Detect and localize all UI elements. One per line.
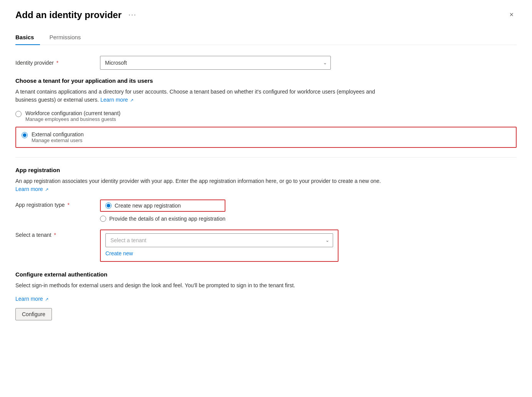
external-link-icon: ↗︎ <box>130 98 133 102</box>
ellipsis-button[interactable]: ··· <box>125 9 140 20</box>
add-identity-provider-dialog: Add an identity provider ··· × Basics Pe… <box>0 0 532 397</box>
external-main-label: External configuration <box>32 131 83 137</box>
create-new-radio[interactable] <box>105 203 112 209</box>
configure-auth-learn-more-link[interactable]: Learn more ↗︎ <box>15 296 48 302</box>
tenant-dropdown-highlighted-box: Select a tenant ⌄ Create new <box>100 229 339 262</box>
existing-radio[interactable] <box>100 216 106 222</box>
identity-provider-select[interactable]: Microsoft <box>100 56 331 70</box>
dialog-title-row: Add an identity provider ··· <box>15 9 140 20</box>
external-radio[interactable] <box>22 132 28 138</box>
external-sub-label: Manage external users <box>32 137 83 143</box>
create-new-radio-label[interactable]: Create new app registration <box>105 203 181 209</box>
close-button[interactable]: × <box>506 9 517 20</box>
app-registration-section: App registration An app registration ass… <box>15 167 517 262</box>
existing-radio-text: Provide the details of an existing app r… <box>109 216 225 222</box>
section-divider <box>15 157 517 157</box>
create-new-tenant-link[interactable]: Create new <box>105 250 133 256</box>
tab-basics[interactable]: Basics <box>15 30 40 45</box>
identity-provider-field-row: Identity provider * Microsoft ⌄ <box>15 56 517 70</box>
app-reg-type-row: App registration type * Create new app r… <box>15 199 517 222</box>
select-tenant-row: Select a tenant * Select a tenant ⌄ Crea… <box>15 229 517 262</box>
configure-button[interactable]: Configure <box>15 308 52 320</box>
app-reg-type-options: Create new app registration Provide the … <box>100 199 225 222</box>
configure-auth-heading: Configure external authentication <box>15 271 517 278</box>
tenant-section-heading: Choose a tenant for your application and… <box>15 77 517 84</box>
workforce-radio[interactable] <box>15 111 22 117</box>
app-reg-external-link-icon: ↗︎ <box>45 187 48 192</box>
app-reg-type-label: App registration type * <box>15 199 100 208</box>
create-new-radio-text: Create new app registration <box>115 203 181 209</box>
existing-radio-label[interactable]: Provide the details of an existing app r… <box>100 216 225 222</box>
external-label-group: External configuration Manage external u… <box>32 131 83 143</box>
required-star: * <box>55 60 58 66</box>
dialog-header: Add an identity provider ··· × <box>15 9 517 20</box>
identity-provider-select-wrapper: Microsoft ⌄ <box>100 56 331 70</box>
identity-provider-label: Identity provider * <box>15 60 100 66</box>
configure-auth-external-link-icon: ↗︎ <box>45 297 48 302</box>
required-star-2: * <box>66 202 69 208</box>
create-new-highlighted-box: Create new app registration <box>100 199 225 212</box>
workforce-label-group: Workforce configuration (current tenant)… <box>25 110 120 122</box>
tenant-section-description: A tenant contains applications and a dir… <box>15 88 385 104</box>
workforce-sub-label: Manage employees and business guests <box>25 116 120 122</box>
tenant-section: Choose a tenant for your application and… <box>15 77 517 148</box>
tenant-select[interactable]: Select a tenant <box>105 233 333 247</box>
tenant-select-wrapper: Select a tenant ⌄ <box>105 233 333 247</box>
workforce-radio-item[interactable]: Workforce configuration (current tenant)… <box>15 110 517 122</box>
configure-auth-section: Configure external authentication Select… <box>15 271 517 320</box>
tenant-learn-more-link[interactable]: Learn more ↗︎ <box>100 97 133 103</box>
select-tenant-label: Select a tenant * <box>15 229 100 238</box>
external-config-highlighted-box: External configuration Manage external u… <box>15 127 517 148</box>
tab-bar: Basics Permissions <box>15 30 517 45</box>
dialog-title: Add an identity provider <box>15 10 122 20</box>
workforce-main-label: Workforce configuration (current tenant) <box>25 110 120 116</box>
app-reg-learn-more-link[interactable]: Learn more ↗︎ <box>15 186 48 192</box>
external-radio-item[interactable]: External configuration Manage external u… <box>22 131 83 143</box>
tab-permissions[interactable]: Permissions <box>49 30 87 45</box>
configure-auth-description: Select sign-in methods for external user… <box>15 281 385 290</box>
app-registration-heading: App registration <box>15 167 517 173</box>
tenant-radio-group: Workforce configuration (current tenant)… <box>15 110 517 148</box>
app-registration-description: An app registration associates your iden… <box>15 177 385 193</box>
required-star-3: * <box>52 232 56 238</box>
